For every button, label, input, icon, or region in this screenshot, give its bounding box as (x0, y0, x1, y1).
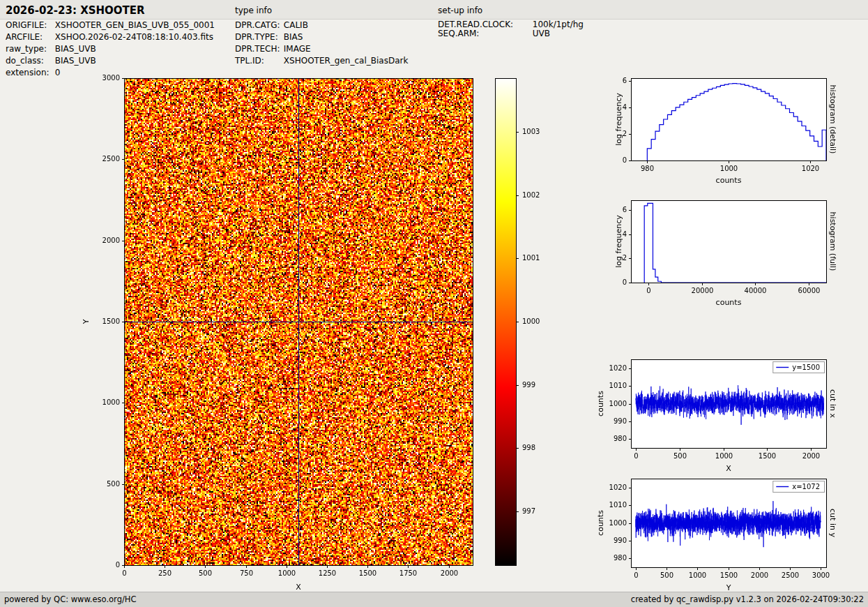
meta-value: 100k/1pt/hg (533, 20, 584, 29)
meta-value: 0 (55, 68, 61, 77)
meta-value: IMAGE (284, 44, 311, 54)
meta-value: XSHOOTER_GEN_BIAS_UVB_055_0001 (55, 20, 215, 30)
meta-label: extension: (6, 67, 52, 79)
meta-row: DPR.TYPE: BIAS (235, 31, 408, 43)
page-title: 2026-02-23: XSHOOTER (6, 4, 145, 17)
cut-in-y-plot (593, 463, 844, 599)
setup-info-heading: set-up info (438, 6, 482, 15)
meta-value: XSHOO.2026-02-24T08:18:10.403.fits (55, 32, 213, 42)
meta-value: UVB (533, 29, 550, 38)
meta-value: BIAS (284, 32, 303, 42)
meta-value: CALIB (284, 20, 308, 30)
type-info-heading: type info (235, 6, 272, 15)
meta-label: raw_type: (6, 43, 52, 55)
histogram-detail-plot (593, 63, 844, 202)
meta-label: TPL.ID: (235, 55, 281, 67)
header-bar: 2026-02-23: XSHOOTER type info set-up in… (0, 0, 868, 20)
meta-row: DPR.CATG: CALIB (235, 20, 408, 31)
meta-label: ORIGFILE: (6, 20, 52, 31)
meta-row: DPR.TECH: IMAGE (235, 43, 408, 55)
meta-label: DPR.CATG: (235, 20, 281, 31)
meta-label: do_class: (6, 55, 52, 67)
meta-label: DPR.TYPE: (235, 31, 281, 43)
footer-left-text: powered by QC: www.eso.org/HC (4, 592, 136, 607)
setup-info-block: DET.READ.CLOCK: 100k/1pt/hg SEQ.ARM: UVB (438, 20, 584, 38)
meta-row: raw_type: BIAS_UVB (6, 43, 215, 55)
meta-label: DPR.TECH: (235, 43, 281, 55)
colorbar (492, 66, 554, 597)
meta-label: ARCFILE: (6, 31, 52, 43)
meta-row: ARCFILE: XSHOO.2026-02-24T08:18:10.403.f… (6, 31, 215, 43)
footer-bar: powered by QC: www.eso.org/HC created by… (0, 592, 868, 607)
footer-right-text: created by qc_rawdisp.py v1.2.3 on 2026-… (631, 592, 864, 607)
meta-label: SEQ.ARM: (438, 29, 530, 38)
meta-value: BIAS_UVB (55, 44, 96, 54)
cut-in-x-plot (593, 344, 844, 477)
qc-report-page: 2026-02-23: XSHOOTER type info set-up in… (0, 0, 868, 607)
meta-value: XSHOOTER_gen_cal_BiasDark (284, 56, 409, 66)
meta-row: TPL.ID: XSHOOTER_gen_cal_BiasDark (235, 55, 408, 67)
bias-image-plot (77, 66, 495, 597)
histogram-full-plot (593, 185, 844, 324)
meta-value: BIAS_UVB (55, 56, 96, 66)
type-info-block: DPR.CATG: CALIB DPR.TYPE: BIAS DPR.TECH:… (235, 20, 408, 67)
meta-row: do_class: BIAS_UVB (6, 55, 215, 67)
meta-row: SEQ.ARM: UVB (438, 29, 584, 38)
meta-row: ORIGFILE: XSHOOTER_GEN_BIAS_UVB_055_0001 (6, 20, 215, 31)
